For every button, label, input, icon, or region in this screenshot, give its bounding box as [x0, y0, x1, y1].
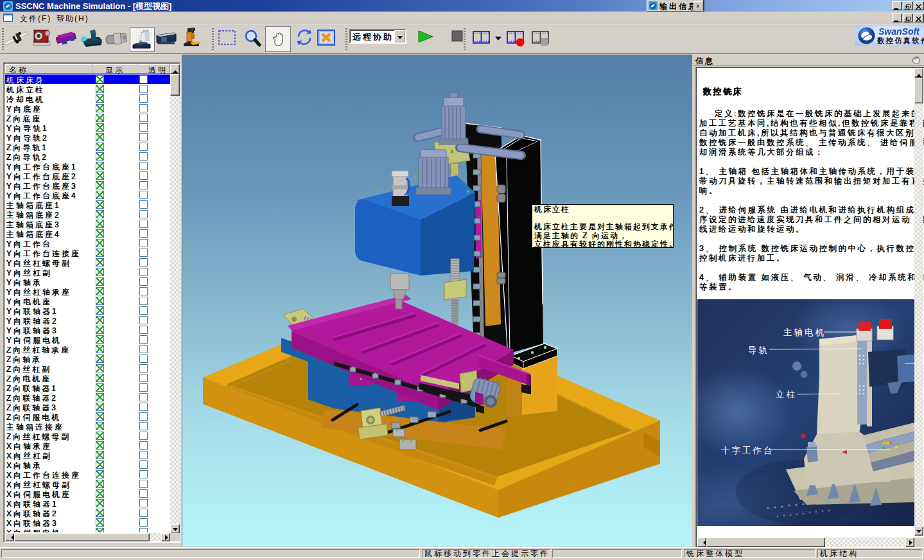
- svg-text:主轴电机: 主轴电机: [783, 328, 826, 337]
- svg-text:导轨: 导轨: [748, 346, 769, 355]
- svg-text:十字工作台: 十字工作台: [721, 446, 774, 455]
- svg-text:立柱: 立柱: [776, 390, 797, 399]
